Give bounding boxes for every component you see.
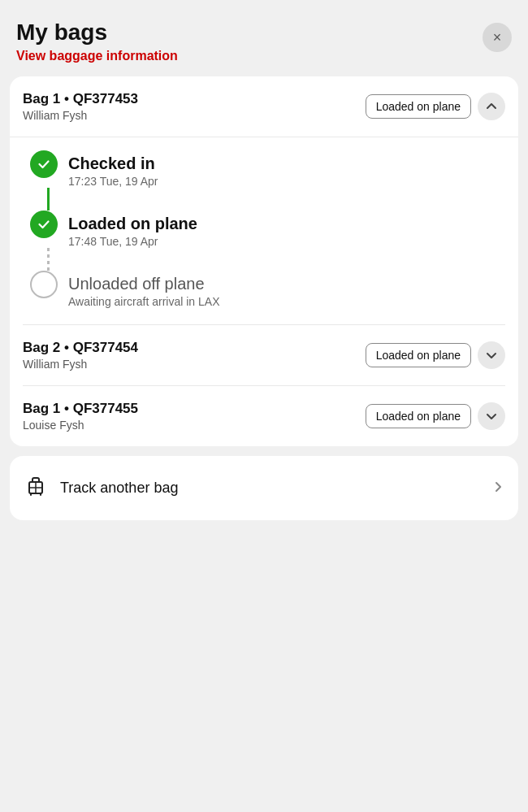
timeline-item-unloaded: Unloaded off plane Awaiting aircraft arr… [26,271,502,308]
bag-item-3: Bag 1 • QF377455 Louise Fysh Loaded on p… [10,386,518,446]
main-content: Bag 1 • QF377453 William Fysh Loaded on … [0,76,528,536]
bag-expand-button-3[interactable] [478,402,505,430]
bag-info-2: Bag 2 • QF377454 William Fysh [23,340,138,371]
bag-actions-3: Loaded on plane [366,402,505,430]
bag-info-3: Bag 1 • QF377455 Louise Fysh [23,401,138,432]
checkmark-icon-2 [37,217,51,232]
timeline-dot-complete-2 [30,211,58,238]
connector-col-1 [30,188,66,211]
timeline-label-loaded: Loaded on plane [68,214,502,233]
timeline-dot-complete-1 [30,150,58,178]
bag-title-3: Bag 1 • QF377455 [23,401,138,417]
bag-item-1: Bag 1 • QF377453 William Fysh Loaded on … [10,76,518,137]
chevron-up-icon [486,101,497,112]
connector-col-2 [30,248,66,271]
bag-status-1: Loaded on plane [366,94,471,119]
bag-status-2: Loaded on plane [366,343,471,367]
timeline-label-checked-in: Checked in [68,154,502,173]
timeline-line-solid-1 [47,188,50,211]
checkmark-icon-1 [37,157,51,172]
chevron-down-icon-2 [486,350,497,361]
page-title: My bags [16,20,178,46]
timeline-item-checked-in: Checked in 17:23 Tue, 19 Apr [26,150,502,188]
bag-timeline-1: Checked in 17:23 Tue, 19 Apr [10,137,518,324]
timeline-label-unloaded: Unloaded off plane [68,274,502,293]
timeline-icon-col-1 [26,150,62,178]
timeline-dot-empty-1 [30,271,58,298]
bag-actions-2: Loaded on plane [366,341,505,369]
chevron-right-icon [492,480,505,493]
bag-name-3: Louise Fysh [23,419,138,432]
chevron-down-icon-3 [486,410,497,422]
bag-actions-1: Loaded on plane [366,93,505,120]
timeline-content-checked-in: Checked in 17:23 Tue, 19 Apr [62,150,502,188]
timeline-content-unloaded: Unloaded off plane Awaiting aircraft arr… [62,271,502,308]
track-bag-label: Track another bag [60,480,178,497]
timeline-line-dotted-1 [47,248,50,271]
timeline-sub-unloaded: Awaiting aircraft arrival in LAX [68,295,502,308]
suitcase-icon [23,472,49,504]
baggage-info-link[interactable]: View baggage information [16,49,178,63]
track-another-bag-card[interactable]: Track another bag [10,456,518,520]
timeline-time-loaded: 17:48 Tue, 19 Apr [68,235,502,248]
timeline-time-checked-in: 17:23 Tue, 19 Apr [68,175,502,188]
close-button[interactable]: × [483,23,512,52]
timeline-content-loaded: Loaded on plane 17:48 Tue, 19 Apr [62,211,502,248]
bag-title-2: Bag 2 • QF377454 [23,340,138,356]
header-text: My bags View baggage information [16,20,178,63]
track-bag-left: Track another bag [23,472,178,504]
header: My bags View baggage information × [0,0,528,76]
bag-expand-button-2[interactable] [478,341,505,369]
bag-status-3: Loaded on plane [366,404,471,428]
timeline-item-loaded: Loaded on plane 17:48 Tue, 19 Apr [26,211,502,248]
bag-name-2: William Fysh [23,358,138,371]
bag-info-1: Bag 1 • QF377453 William Fysh [23,91,138,122]
bag-item-2: Bag 2 • QF377454 William Fysh Loaded on … [10,325,518,385]
bag-expand-button-1[interactable] [478,93,505,120]
bag-name-1: William Fysh [23,109,138,122]
track-bag-chevron-icon [492,479,505,497]
bags-card: Bag 1 • QF377453 William Fysh Loaded on … [10,76,518,446]
timeline-icon-col-2 [26,211,62,238]
luggage-icon [23,472,49,498]
bag-title-1: Bag 1 • QF377453 [23,91,138,107]
timeline-icon-col-3 [26,271,62,298]
